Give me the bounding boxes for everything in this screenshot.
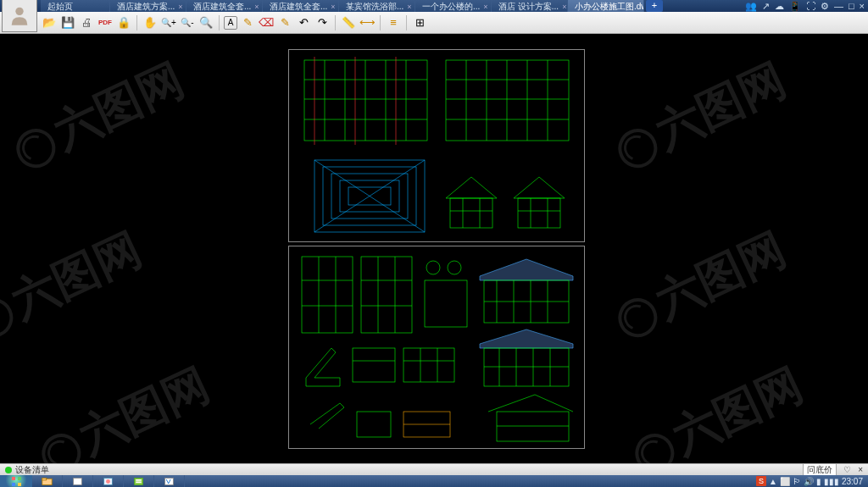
svg-rect-1 (304, 60, 427, 141)
share-icon[interactable]: ↗ (762, 1, 770, 12)
minimize-icon[interactable]: — (834, 1, 843, 11)
task-app3[interactable] (124, 475, 154, 487)
svg-rect-37 (302, 257, 353, 333)
toolbar: 📂 💾 🖨 PDF 🔒 ✋ 🔍+ 🔍- 🔍 A ✎ ⌫ ✎ ↶ ↷ 📏 ⟷ ≡ … (0, 12, 868, 34)
task-app4[interactable] (154, 475, 185, 487)
svg-rect-29 (450, 198, 492, 228)
ruler-button[interactable]: 📏 (340, 14, 357, 31)
sound-icon[interactable]: 🔊 (804, 477, 814, 486)
taskbar: S ▲ ⬜ 🏳 🔊 ▮ ▮▮▮ 23:07 (0, 475, 868, 487)
separator (380, 15, 381, 30)
close-icon[interactable]: × (407, 3, 411, 11)
cad-drawing (289, 50, 586, 243)
cad-drawing (289, 246, 586, 450)
phone-icon[interactable]: 📱 (789, 1, 801, 12)
task-explorer[interactable] (32, 475, 63, 487)
svg-rect-33 (518, 198, 560, 228)
battery-icon[interactable]: ▮ (816, 477, 821, 486)
svg-rect-75 (74, 478, 82, 484)
svg-point-47 (426, 261, 440, 274)
dimension-button[interactable]: ⟷ (359, 14, 376, 31)
separator (406, 15, 407, 30)
zoom-out-button[interactable]: 🔍- (179, 14, 196, 31)
tab-active-dwg[interactable]: 小办公楼施工图.dwg× (568, 0, 644, 12)
status-text: 设备清单 (15, 464, 49, 476)
svg-rect-49 (425, 280, 467, 327)
close-icon[interactable]: × (178, 3, 182, 11)
tab-hotel-design[interactable]: 酒店 设计方案...× (492, 0, 568, 12)
tab-office1[interactable]: 一个办公楼的...× (415, 0, 492, 12)
drawing-sheet-2 (288, 246, 585, 449)
system-tray: S ▲ ⬜ 🏳 🔊 ▮ ▮▮▮ 23:07 (756, 475, 868, 487)
heart-icon[interactable]: ♡ (843, 465, 851, 474)
separator (219, 15, 220, 30)
maximize-icon[interactable]: □ (849, 1, 854, 11)
pan-button[interactable]: ✋ (142, 14, 159, 31)
windows-icon (12, 477, 21, 486)
svg-point-77 (106, 479, 110, 484)
print-button[interactable]: 🖨 (78, 14, 95, 31)
svg-rect-64 (403, 348, 454, 382)
tab-bath[interactable]: 某宾馆洗浴部...× (339, 0, 415, 12)
window-close-icon[interactable]: × (860, 1, 865, 11)
flag-icon[interactable]: 🏳 (793, 477, 801, 486)
svg-rect-42 (361, 257, 412, 333)
svg-rect-70 (357, 412, 391, 437)
highlight-button[interactable]: ✎ (276, 14, 293, 31)
svg-rect-13 (446, 60, 569, 141)
signal-icon[interactable]: ▮▮▮ (824, 477, 839, 486)
status-indicator-icon (5, 467, 12, 473)
svg-point-48 (448, 261, 461, 274)
separator (136, 15, 137, 30)
svg-rect-56 (484, 348, 569, 386)
tab-bar: 起始页 酒店建筑方案...× 酒店建筑全套...× 酒店建筑全套...× 某宾馆… (41, 0, 868, 12)
status-bar: 设备清单 问底价 ♡ × (0, 463, 868, 475)
svg-rect-80 (136, 481, 142, 483)
save-button[interactable]: 💾 (59, 14, 76, 31)
tab-hotel-full2[interactable]: 酒店建筑全套...× (263, 0, 339, 12)
tab-hotel-plan[interactable]: 酒店建筑方案...× (110, 0, 186, 12)
tab-hotel-full1[interactable]: 酒店建筑全套...× (186, 0, 263, 12)
svg-rect-79 (136, 479, 142, 481)
new-tab-button[interactable]: + (646, 0, 663, 12)
task-app1[interactable] (63, 475, 93, 487)
tray-icon[interactable]: ▲ (769, 477, 777, 486)
close-icon[interactable]: × (562, 3, 566, 11)
cloud-icon[interactable]: ☁ (775, 1, 784, 12)
svg-rect-68 (497, 412, 569, 441)
svg-rect-62 (353, 348, 395, 382)
network-icon[interactable]: ⬜ (780, 477, 790, 486)
clock[interactable]: 23:07 (842, 477, 863, 486)
close-icon[interactable]: × (483, 3, 487, 11)
drawing-sheet-1 (288, 49, 585, 242)
people-icon[interactable]: 👥 (745, 1, 757, 12)
close-icon[interactable]: × (331, 3, 335, 11)
layers-button[interactable]: ≡ (385, 14, 402, 31)
task-app2[interactable] (93, 475, 124, 487)
redo-button[interactable]: ↷ (314, 14, 331, 31)
zoom-in-button[interactable]: 🔍+ (160, 14, 177, 31)
drawing-canvas[interactable]: 六图网 六图网 六图网 六图网 六图网 六图网 (0, 34, 868, 463)
svg-point-0 (15, 8, 23, 15)
status-close-icon[interactable]: × (858, 465, 863, 474)
undo-button[interactable]: ↶ (295, 14, 312, 31)
gear-icon[interactable]: ⚙ (821, 1, 829, 12)
expand-icon[interactable]: ⛶ (806, 1, 815, 11)
ime-icon[interactable]: S (756, 476, 766, 486)
zoom-fit-button[interactable]: 🔍 (198, 14, 214, 31)
tab-start[interactable]: 起始页 (41, 0, 110, 12)
separator (335, 15, 336, 30)
close-icon[interactable]: × (254, 3, 259, 11)
properties-button[interactable]: ⊞ (411, 14, 428, 31)
lock-button[interactable]: 🔒 (115, 14, 132, 31)
erase-button[interactable]: ⌫ (258, 14, 275, 31)
svg-rect-74 (42, 478, 47, 479)
text-button[interactable]: A (224, 16, 237, 30)
user-avatar[interactable] (2, 0, 37, 32)
edit-button[interactable]: ✎ (239, 14, 256, 31)
start-button[interactable] (0, 475, 32, 487)
open-button[interactable]: 📂 (41, 14, 58, 31)
pdf-button[interactable]: PDF (97, 14, 114, 31)
